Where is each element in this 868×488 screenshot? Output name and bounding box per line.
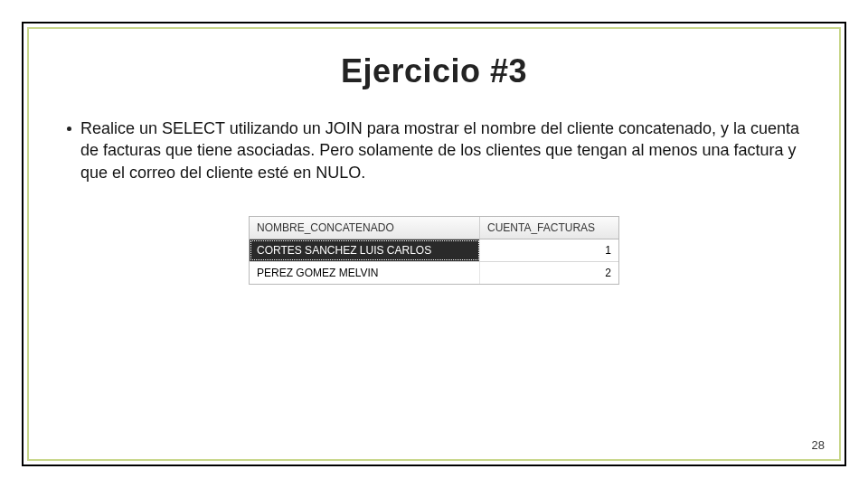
cell-cuenta[interactable]: 1 [480, 239, 618, 261]
table-row[interactable]: CORTES SANCHEZ LUIS CARLOS 1 [250, 239, 618, 262]
cell-cuenta[interactable]: 2 [480, 262, 618, 284]
bullet-item: Realice un SELECT utilizando un JOIN par… [67, 117, 801, 183]
table-row[interactable]: PEREZ GOMEZ MELVIN 2 [250, 262, 618, 284]
result-table: NOMBRE_CONCATENADO CUENTA_FACTURAS CORTE… [249, 216, 619, 285]
cell-nombre[interactable]: PEREZ GOMEZ MELVIN [250, 262, 480, 284]
cell-nombre[interactable]: CORTES SANCHEZ LUIS CARLOS [250, 239, 480, 261]
column-header-cuenta[interactable]: CUENTA_FACTURAS [480, 217, 618, 239]
column-header-nombre[interactable]: NOMBRE_CONCATENADO [250, 217, 480, 239]
bullet-icon [67, 127, 71, 131]
slide: Ejercicio #3 Realice un SELECT utilizand… [0, 0, 868, 488]
bullet-text: Realice un SELECT utilizando un JOIN par… [80, 117, 801, 183]
page-number: 28 [812, 438, 825, 452]
table-header-row: NOMBRE_CONCATENADO CUENTA_FACTURAS [250, 217, 618, 239]
inner-border: Ejercicio #3 Realice un SELECT utilizand… [27, 27, 841, 461]
page-title: Ejercicio #3 [67, 52, 801, 90]
